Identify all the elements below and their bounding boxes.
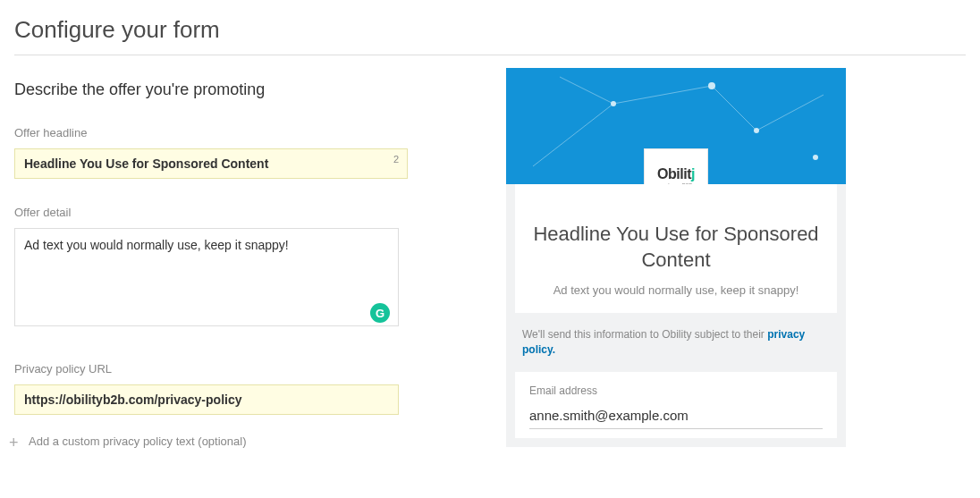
preview-headline: Headline You Use for Sponsored Content	[533, 222, 819, 273]
preview-panel: Obilitj we know B2B Headline You Use for…	[506, 55, 846, 449]
section-title: Describe the offer you're promoting	[14, 80, 435, 99]
svg-point-6	[708, 82, 715, 89]
preview-card: Obilitj we know B2B Headline You Use for…	[506, 68, 846, 447]
preview-banner: Obilitj we know B2B	[506, 68, 846, 184]
plus-icon[interactable]: +	[9, 435, 19, 451]
preview-subtext: Ad text you would normally use, keep it …	[533, 283, 819, 297]
headline-counter: 2	[393, 154, 399, 165]
privacy-url-input[interactable]	[14, 384, 399, 415]
page-title: Configure your form	[0, 0, 980, 55]
offer-detail-textarea[interactable]: Ad text you would normally use, keep it …	[14, 228, 399, 326]
offer-headline-label: Offer headline	[14, 126, 435, 139]
offer-detail-label: Offer detail	[14, 206, 435, 219]
add-custom-policy-label[interactable]: Add a custom privacy policy text (option…	[29, 435, 247, 448]
svg-point-8	[611, 101, 616, 106]
svg-point-9	[813, 155, 818, 160]
preview-disclaimer: We'll send this information to Obility s…	[506, 313, 846, 372]
svg-point-7	[754, 128, 759, 133]
form-editor-panel: Describe the offer you're promoting Offe…	[14, 55, 435, 449]
email-input[interactable]	[529, 404, 823, 429]
grammarly-icon[interactable]: G	[370, 303, 390, 323]
email-label: Email address	[529, 384, 823, 397]
email-field-box: Email address	[515, 372, 837, 438]
privacy-url-label: Privacy policy URL	[14, 362, 435, 376]
offer-headline-input[interactable]	[14, 148, 408, 179]
